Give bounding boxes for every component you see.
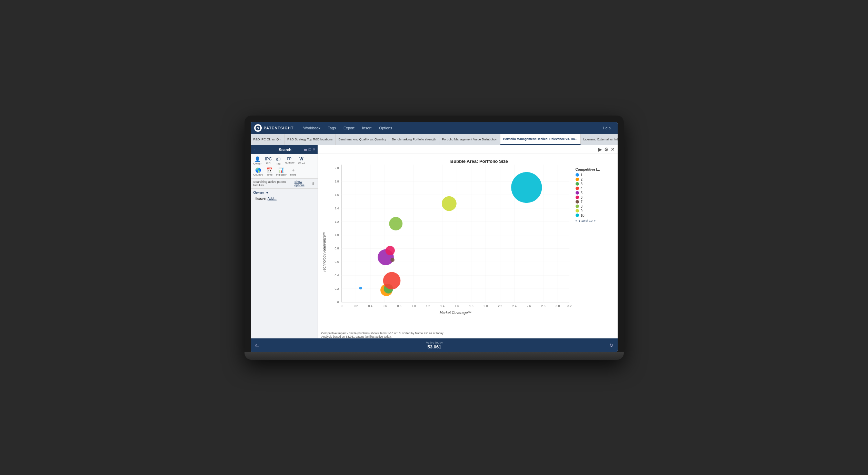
svg-text:S: S: [257, 127, 259, 130]
bubble-10[interactable]: [511, 172, 542, 202]
filter-number[interactable]: FP· Number: [283, 156, 296, 165]
legend-dot-6: [576, 196, 579, 199]
menu-help[interactable]: Help: [599, 125, 614, 131]
logo-text: PATENTSIGHT: [264, 126, 294, 130]
filter-owner[interactable]: 👤 Owner: [252, 156, 263, 166]
bubble-4[interactable]: [383, 272, 400, 289]
active-count: 53.061: [428, 344, 441, 349]
tab-portfolio-deciles[interactable]: Portfolio Management Deciles: Relevance …: [500, 134, 581, 145]
menu-insert[interactable]: Insert: [359, 125, 375, 131]
status-text: Active today 53.061: [260, 341, 609, 349]
owner-name-huawei: Huawei: [255, 197, 266, 200]
bubble-1[interactable]: [359, 287, 362, 289]
legend-item-5[interactable]: 5: [576, 191, 611, 195]
legend-prev-icon[interactable]: «: [576, 219, 577, 222]
owner-header-label: Owner: [253, 191, 264, 195]
owner-item-huawei: Huawei Add...: [253, 196, 315, 201]
owner-icon: 👤: [255, 156, 260, 162]
legend-label-5: 5: [581, 191, 583, 195]
settings-icon[interactable]: ⚙: [604, 147, 609, 152]
svg-text:1.8: 1.8: [469, 304, 473, 307]
tab-rnd-strategy[interactable]: R&D Strategy Top R&D locations: [285, 134, 336, 145]
svg-text:3.0: 3.0: [556, 304, 560, 307]
chart-legend: Competitive I... 1 2 3: [573, 157, 614, 326]
bubble-8[interactable]: [389, 217, 402, 230]
tab-portfolio-value[interactable]: Portfolio Management Value Distribution: [439, 134, 500, 145]
tab-licensing-external[interactable]: Licensing External vs. Internal Technolo…: [581, 134, 618, 145]
chart-container: Bubble Area: Portfolio Size Technology R…: [318, 154, 618, 330]
svg-text:0: 0: [337, 300, 339, 304]
svg-text:1.2: 1.2: [426, 304, 430, 307]
search-title: Search: [268, 148, 302, 152]
back-button[interactable]: ←: [253, 147, 259, 153]
filter-time-label: Time: [267, 173, 272, 176]
laptop-screen: S PATENTSIGHT Workbook Tags Export Inser…: [251, 122, 618, 352]
tab-rnd-ipc[interactable]: R&D IPC Ql. vs. Qn.: [251, 134, 285, 145]
logo-icon: S: [254, 124, 262, 132]
country-icon: 🌎: [255, 167, 261, 173]
filter-indicator[interactable]: 📊 Indicator: [275, 167, 288, 177]
filter-time[interactable]: 📅 Time: [265, 167, 274, 177]
laptop-frame: S PATENTSIGHT Workbook Tags Export Inser…: [245, 116, 624, 360]
chart-footer-line2: Analysis based on 53.061 patent families…: [321, 335, 614, 338]
logo-area: S PATENTSIGHT: [254, 124, 294, 132]
search-close-icon[interactable]: ✕: [312, 147, 316, 152]
legend-dot-1: [576, 173, 579, 177]
add-owner-link[interactable]: Add...: [268, 197, 277, 200]
menu-options[interactable]: Options: [376, 125, 396, 131]
filter-tag[interactable]: 🏷 Tag: [274, 156, 283, 166]
legend-item-2[interactable]: 2: [576, 177, 611, 182]
bubble-9[interactable]: [441, 196, 456, 211]
menu-tags[interactable]: Tags: [325, 125, 339, 131]
show-options-link[interactable]: Show options: [295, 180, 312, 187]
legend-item-6[interactable]: 6: [576, 195, 611, 200]
bubble-7[interactable]: [390, 258, 395, 262]
owner-header[interactable]: Owner ▼: [253, 191, 315, 195]
legend-item-8[interactable]: 8: [576, 204, 611, 209]
chart-area: ▶ ⚙ ✕ Bubble Area: Portfolio Size Techno…: [318, 145, 618, 338]
chart-footer: Competitive Impact - decile (bubbles) sh…: [318, 330, 618, 340]
filter-more[interactable]: + More: [289, 167, 298, 177]
filter-tag-label: Tag: [276, 162, 281, 165]
active-label: Active today: [426, 341, 443, 344]
svg-text:Market Coverage™: Market Coverage™: [439, 310, 471, 314]
legend-item-3[interactable]: 3: [576, 182, 611, 186]
legend-item-9[interactable]: 9: [576, 209, 611, 213]
legend-nav: « 1-10 of 10 »: [576, 219, 611, 222]
tabs-row: R&D IPC Ql. vs. Qn. R&D Strategy Top R&D…: [251, 134, 618, 145]
more-icon: +: [292, 167, 295, 173]
svg-text:0.4: 0.4: [368, 304, 372, 307]
refresh-icon[interactable]: ↻: [609, 343, 613, 348]
svg-text:0.8: 0.8: [335, 247, 339, 250]
menu-bar: S PATENTSIGHT Workbook Tags Export Inser…: [251, 122, 618, 134]
svg-text:2.0: 2.0: [483, 304, 488, 307]
legend-label-9: 9: [581, 209, 583, 213]
legend-next-icon[interactable]: »: [594, 219, 596, 222]
bubble-6[interactable]: [385, 246, 395, 255]
search-options-icon[interactable]: ☰: [304, 147, 307, 152]
forward-button[interactable]: →: [260, 147, 267, 153]
tab-benchmarking-quality[interactable]: Benchmarking Quality vs. Quantity: [336, 134, 389, 145]
filter-word-label: Word: [298, 162, 305, 165]
search-expand-icon[interactable]: □: [309, 147, 311, 152]
menu-workbook[interactable]: Workbook: [300, 125, 323, 131]
play-button[interactable]: ▶: [598, 147, 602, 152]
tab-benchmarking-portfolio[interactable]: Benchmarking Portfolio strength: [389, 134, 439, 145]
legend-item-7[interactable]: 7: [576, 200, 611, 204]
menu-export[interactable]: Export: [340, 125, 358, 131]
svg-text:0.8: 0.8: [397, 304, 401, 307]
owner-section: Owner ▼ Huawei Add...: [251, 189, 318, 203]
filter-ipc[interactable]: IPC IPC: [263, 156, 273, 166]
clear-icon[interactable]: 🗑: [312, 182, 315, 185]
filter-word[interactable]: W Word: [297, 156, 306, 166]
legend-item-4[interactable]: 4: [576, 186, 611, 191]
filter-ipc-label: IPC: [266, 162, 270, 165]
legend-label-6: 6: [581, 196, 583, 199]
close-chart-button[interactable]: ✕: [611, 147, 615, 152]
legend-item-1[interactable]: 1: [576, 173, 611, 177]
chart-toolbar: ▶ ⚙ ✕: [318, 145, 618, 154]
filter-country[interactable]: 🌎 Country: [252, 167, 265, 177]
filter-number-label: Number: [285, 161, 295, 164]
filter-indicator-label: Indicator: [276, 173, 287, 176]
legend-item-10[interactable]: 10: [576, 213, 611, 218]
